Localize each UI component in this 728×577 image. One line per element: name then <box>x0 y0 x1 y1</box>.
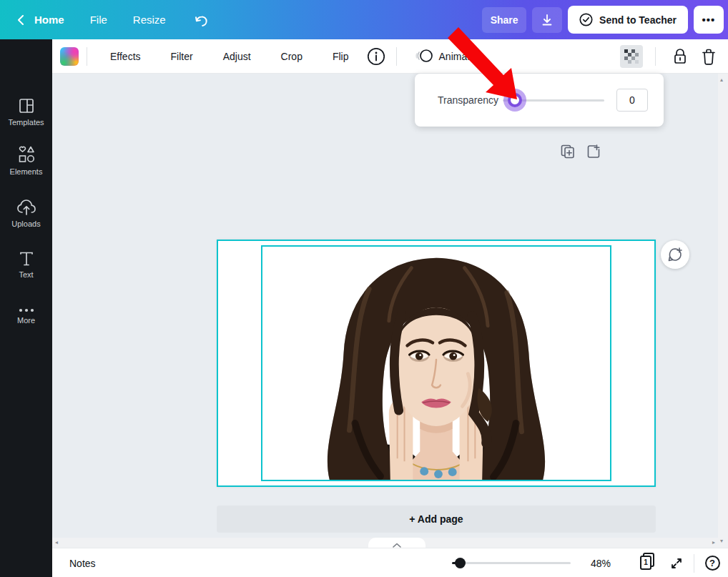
scroll-left-icon[interactable]: ◂ <box>55 540 58 546</box>
send-to-teacher-label: Send to Teacher <box>599 14 677 26</box>
check-circle-icon <box>579 13 593 26</box>
help-question-mark: ? <box>709 558 715 568</box>
elements-icon <box>17 145 36 164</box>
scroll-up-icon[interactable]: ▴ <box>720 77 723 83</box>
duplicate-page-icon <box>561 144 575 159</box>
add-comment-button[interactable] <box>661 240 689 269</box>
share-button[interactable]: Share <box>482 7 526 33</box>
more-dots-icon <box>19 308 34 312</box>
sidebar-item-templates[interactable]: Templates <box>0 89 52 134</box>
vertical-scrollbar[interactable]: ▴ ▾ <box>718 74 728 548</box>
pages-icon-front: 1 <box>640 556 651 570</box>
scroll-down-icon[interactable]: ▾ <box>720 538 723 544</box>
toolbar-flip[interactable]: Flip <box>318 51 364 62</box>
uploads-cloud-icon <box>16 199 36 216</box>
toolbar-divider <box>87 47 87 66</box>
pages-icon: 1 <box>640 556 656 571</box>
toolbar-effects[interactable]: Effects <box>95 51 156 62</box>
toolbar-crop[interactable]: Crop <box>266 51 318 62</box>
more-options-button[interactable]: ••• <box>694 6 724 34</box>
sidebar-label-text: Text <box>19 270 33 279</box>
editing-toolbar: Effects Filter Adjust Crop Flip Animate <box>52 39 728 74</box>
lock-button[interactable] <box>668 44 692 69</box>
share-label: Share <box>491 14 518 26</box>
transparency-value-input[interactable]: 0 <box>616 89 648 112</box>
download-button[interactable] <box>532 7 562 33</box>
transparency-popover: Transparency 0 <box>415 74 664 127</box>
transparency-label: Transparency <box>438 74 498 127</box>
toolbar-divider <box>396 47 397 66</box>
send-to-teacher-button[interactable]: Send to Teacher <box>568 6 688 34</box>
bottom-status-bar: Notes 48% 1 ? <box>52 548 728 577</box>
page-count: 1 <box>644 558 648 566</box>
animate-label: Animate <box>439 51 476 62</box>
download-icon <box>541 14 553 26</box>
menu-home[interactable]: Home <box>33 14 77 26</box>
toolbar-divider <box>655 47 656 66</box>
menu-file[interactable]: File <box>77 14 120 26</box>
fullscreen-button[interactable] <box>664 548 689 577</box>
collapse-panel-tab[interactable] <box>368 538 426 548</box>
page-manager-button[interactable]: 1 <box>635 548 661 577</box>
top-menu-bar: Home File Resize Share Send to Teacher •… <box>0 0 728 39</box>
sidebar-item-more[interactable]: More <box>0 294 52 338</box>
sidebar-item-uploads[interactable]: Uploads <box>0 191 52 235</box>
sidebar-label-templates: Templates <box>8 118 44 127</box>
sidebar-label-more: More <box>17 316 35 325</box>
add-page-icon-button[interactable] <box>586 144 601 159</box>
info-button[interactable] <box>364 44 388 69</box>
color-swatch-button[interactable] <box>60 47 79 66</box>
sidebar-item-text[interactable]: Text <box>0 242 52 287</box>
sidebar-label-uploads: Uploads <box>11 220 40 228</box>
zoom-level-value[interactable]: 48% <box>583 548 619 577</box>
undo-button[interactable] <box>189 7 215 33</box>
sidebar-label-elements: Elements <box>10 167 43 176</box>
templates-icon <box>18 97 35 114</box>
transparency-checkerboard-icon <box>624 49 639 64</box>
animate-button[interactable]: Animate <box>405 49 486 64</box>
fullscreen-icon <box>670 557 683 570</box>
scroll-right-icon[interactable]: ▸ <box>712 540 715 546</box>
toolbar-adjust[interactable]: Adjust <box>208 51 266 62</box>
notes-button[interactable]: Notes <box>69 548 96 577</box>
sidebar-item-elements[interactable]: Elements <box>0 138 52 182</box>
duplicate-page-button[interactable] <box>560 144 576 159</box>
add-page-button[interactable]: + Add page <box>217 506 656 533</box>
text-icon <box>19 251 34 267</box>
more-dots-icon: ••• <box>702 14 716 26</box>
undo-icon <box>194 14 210 26</box>
animate-icon <box>415 49 433 64</box>
add-page-icon <box>586 144 601 159</box>
design-page[interactable] <box>217 240 656 487</box>
canva-editor-window: Home File Resize Share Send to Teacher •… <box>0 0 728 577</box>
transparency-button[interactable] <box>620 45 643 68</box>
help-icon: ? <box>705 556 720 571</box>
trash-icon <box>702 49 716 65</box>
object-panel-sidebar: Templates Elements Uploads Text More <box>0 39 52 577</box>
toolbar-filter[interactable]: Filter <box>156 51 208 62</box>
lock-icon <box>673 48 687 65</box>
delete-button[interactable] <box>697 44 721 69</box>
comment-plus-icon <box>667 247 683 262</box>
selected-photo-element[interactable] <box>261 245 611 481</box>
design-canvas-area[interactable]: + Add page <box>52 74 718 538</box>
help-button[interactable]: ? <box>699 548 725 577</box>
woman-portrait-photo <box>262 247 610 480</box>
back-button[interactable] <box>9 8 33 32</box>
bottombar-divider <box>694 554 694 573</box>
zoom-slider-handle[interactable] <box>455 558 466 568</box>
transparency-slider-handle[interactable] <box>508 93 522 107</box>
chevron-up-icon <box>393 543 401 548</box>
chevron-left-icon <box>16 15 26 25</box>
info-icon <box>367 47 385 66</box>
menu-resize[interactable]: Resize <box>120 14 179 26</box>
zoom-slider-track[interactable] <box>452 562 571 564</box>
